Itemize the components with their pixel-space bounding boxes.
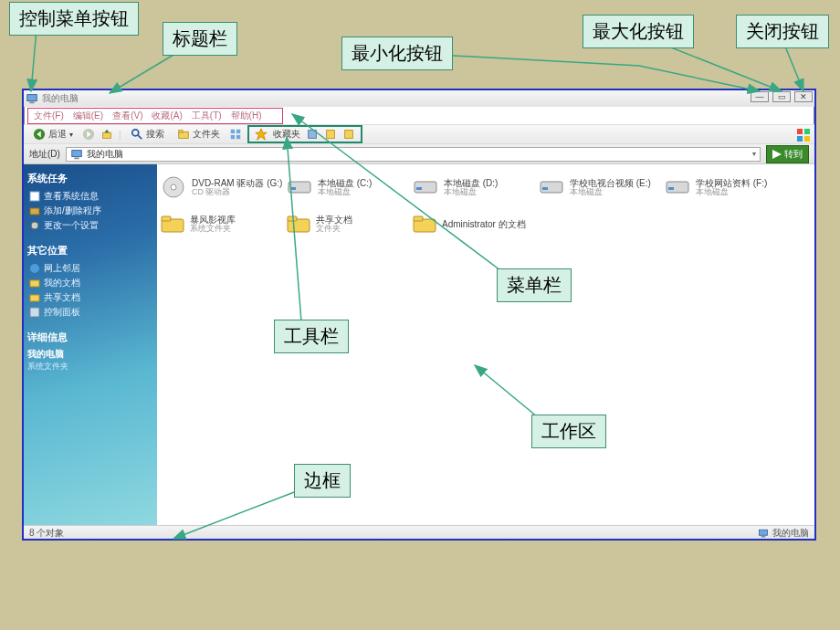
content-area[interactable]: DVD-RAM 驱动器 (G:)CD 驱动器 本地磁盘 (C:)本地磁盘 本地磁… <box>157 164 814 525</box>
svg-rect-29 <box>797 129 803 134</box>
menu-file[interactable]: 文件(F) <box>34 110 64 122</box>
drive-item[interactable]: DVD-RAM 驱动器 (G:)CD 驱动器 <box>161 172 287 203</box>
search-label: 搜索 <box>146 128 164 141</box>
titlebar[interactable]: 我的电脑 — ▭ ✕ <box>24 90 814 107</box>
svg-marker-35 <box>772 150 782 159</box>
address-label: 地址(D) <box>29 148 60 161</box>
callout-minimize: 最小化按钮 <box>341 37 453 70</box>
svg-rect-24 <box>236 135 239 139</box>
network-icon <box>29 263 40 274</box>
svg-point-39 <box>30 264 39 273</box>
svg-rect-31 <box>797 136 803 142</box>
svg-rect-37 <box>30 208 39 215</box>
go-icon <box>772 150 782 159</box>
svg-rect-59 <box>760 530 768 535</box>
sidebar-section-system: 系统任务 <box>27 172 153 185</box>
callout-border: 边框 <box>294 464 351 498</box>
svg-line-1 <box>31 29 37 91</box>
hdd-icon <box>413 176 438 198</box>
svg-rect-46 <box>290 187 296 190</box>
toolbar: 后退 ▾ | 搜索 文件夹 收藏夹 <box>24 124 814 144</box>
star-icon <box>255 128 268 141</box>
sidebar-item-settings[interactable]: 更改一个设置 <box>27 218 153 233</box>
tool-icon-1[interactable] <box>306 128 319 141</box>
sidebar-detail-sub: 系统文件夹 <box>27 361 153 373</box>
svg-rect-56 <box>288 216 297 221</box>
callout-close: 关闭按钮 <box>736 15 829 48</box>
svg-rect-10 <box>29 102 34 104</box>
go-label: 转到 <box>784 148 803 161</box>
svg-rect-42 <box>30 308 39 317</box>
svg-rect-48 <box>416 187 422 190</box>
sidebar-item-addremove[interactable]: 添加/删除程序 <box>27 204 153 218</box>
folder-item[interactable]: 共享文档文件夹 <box>287 208 413 239</box>
sidebar-item-mydocs[interactable]: 我的文档 <box>27 276 153 290</box>
drive-item[interactable]: 学校网站资料 (F:)本地磁盘 <box>665 172 791 203</box>
folder-item[interactable]: Administrator 的文档 <box>413 208 539 239</box>
sidebar-section-places: 其它位置 <box>27 244 153 257</box>
svg-rect-20 <box>178 131 182 133</box>
svg-rect-60 <box>761 536 766 538</box>
hdd-icon <box>539 176 564 198</box>
body-area: 系统任务 查看系统信息 添加/删除程序 更改一个设置 其它位置 网上邻居 我的文… <box>24 164 814 525</box>
svg-rect-28 <box>344 131 352 139</box>
svg-rect-30 <box>804 129 810 134</box>
svg-rect-36 <box>30 192 39 201</box>
page-icon <box>29 191 40 202</box>
sidebar-item-control[interactable]: 控制面板 <box>27 305 153 320</box>
gear-icon <box>29 220 40 231</box>
svg-rect-50 <box>542 187 548 190</box>
callout-control-menu: 控制菜单按钮 <box>9 2 139 36</box>
svg-rect-26 <box>308 131 316 139</box>
favorites-label[interactable]: 收藏夹 <box>273 128 300 141</box>
menu-help[interactable]: 帮助(H) <box>231 110 262 122</box>
folder-item[interactable]: 暴风影视库系统文件夹 <box>161 208 287 239</box>
back-button[interactable]: 后退 ▾ <box>29 127 77 142</box>
svg-point-38 <box>31 222 38 229</box>
svg-marker-25 <box>255 129 266 140</box>
menu-favorites[interactable]: 收藏(A) <box>152 110 182 122</box>
menu-view[interactable]: 查看(V) <box>112 110 142 122</box>
drive-item[interactable]: 学校电视台视频 (E:)本地磁盘 <box>539 172 665 203</box>
forward-icon[interactable] <box>82 128 95 141</box>
address-field[interactable]: 我的电脑 ▾ <box>66 147 761 162</box>
folders-button[interactable]: 文件夹 <box>173 127 224 142</box>
callout-toolbar: 工具栏 <box>274 320 349 353</box>
svg-rect-40 <box>30 280 39 287</box>
tool-icon-3[interactable] <box>342 128 355 141</box>
svg-rect-58 <box>414 216 423 221</box>
go-button[interactable]: 转到 <box>766 145 809 163</box>
drive-item[interactable]: 本地磁盘 (D:)本地磁盘 <box>413 172 539 203</box>
window-title: 我的电脑 <box>42 92 79 105</box>
sidebar-detail-name: 我的电脑 <box>27 348 153 361</box>
svg-rect-32 <box>804 136 810 142</box>
svg-point-17 <box>131 130 138 136</box>
back-icon <box>33 128 46 141</box>
sidebar-item-sysinfo[interactable]: 查看系统信息 <box>27 189 153 204</box>
windows-flag-icon <box>796 128 811 142</box>
status-right: 我的电脑 <box>772 527 809 540</box>
drive-item[interactable]: 本地磁盘 (C:)本地磁盘 <box>287 172 413 203</box>
back-label: 后退 <box>48 128 67 141</box>
menu-tools[interactable]: 工具(T) <box>192 110 222 122</box>
my-computer-icon <box>758 528 769 539</box>
search-button[interactable]: 搜索 <box>127 127 168 142</box>
svg-marker-16 <box>104 130 109 133</box>
tool-icon-2[interactable] <box>324 128 337 141</box>
menu-edit[interactable]: 编辑(E) <box>73 110 103 122</box>
views-icon[interactable] <box>229 128 242 141</box>
folders-icon <box>177 128 190 141</box>
svg-line-4 <box>783 42 803 91</box>
minimize-button[interactable]: — <box>751 91 769 102</box>
address-value: 我的电脑 <box>87 148 123 161</box>
callout-workarea: 工作区 <box>531 415 606 448</box>
statusbar: 8 个对象 我的电脑 <box>24 525 814 540</box>
close-button[interactable]: ✕ <box>794 91 813 102</box>
up-icon[interactable] <box>100 128 113 141</box>
sidebar-item-shared[interactable]: 共享文档 <box>27 290 153 305</box>
control-icon <box>29 307 40 318</box>
maximize-button[interactable]: ▭ <box>772 91 791 102</box>
svg-rect-41 <box>30 295 39 301</box>
sidebar-item-network[interactable]: 网上邻居 <box>27 261 153 276</box>
sidebar: 系统任务 查看系统信息 添加/删除程序 更改一个设置 其它位置 网上邻居 我的文… <box>24 164 157 525</box>
